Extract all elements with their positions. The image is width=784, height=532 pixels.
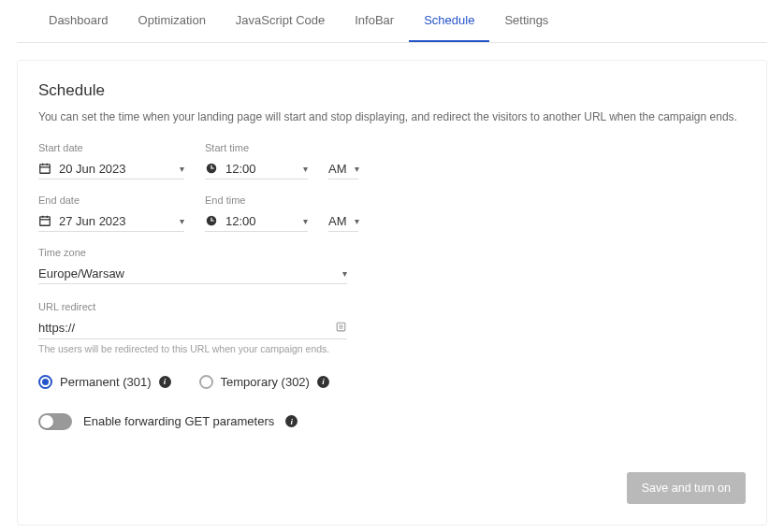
info-icon[interactable]: i xyxy=(317,376,329,388)
timezone-picker[interactable]: Europe/Warsaw ▾ xyxy=(38,264,347,284)
redirect-permanent-radio[interactable]: Permanent (301) i xyxy=(38,375,171,389)
end-date-picker[interactable]: 27 Jun 2023 ▾ xyxy=(38,211,184,232)
tab-dashboard[interactable]: Dashboard xyxy=(34,0,123,42)
clock-icon xyxy=(205,162,218,175)
info-icon[interactable]: i xyxy=(159,376,171,388)
chevron-down-icon: ▾ xyxy=(303,164,308,174)
start-ampm-value: AM xyxy=(328,162,347,176)
timezone-label: Time zone xyxy=(38,247,746,258)
start-time-label: Start time xyxy=(205,142,308,153)
end-ampm-picker[interactable]: AM ▾ xyxy=(328,211,358,232)
chevron-down-icon: ▾ xyxy=(342,268,347,279)
end-ampm-value: AM xyxy=(328,214,347,228)
end-date-value: 27 Jun 2023 xyxy=(59,214,172,228)
tab-settings[interactable]: Settings xyxy=(489,0,563,42)
forward-get-label: Enable forwarding GET parameters xyxy=(83,414,274,428)
save-and-turn-on-button[interactable]: Save and turn on xyxy=(627,472,746,504)
url-redirect-helper: The users will be redirected to this URL… xyxy=(38,343,347,354)
panel-title: Schedule xyxy=(38,81,746,100)
panel-description: You can set the time when your landing p… xyxy=(38,109,746,125)
chevron-down-icon: ▾ xyxy=(180,164,184,174)
end-date-label: End date xyxy=(38,194,184,206)
svg-rect-0 xyxy=(40,165,51,173)
url-redirect-label: URL redirect xyxy=(38,301,746,312)
chevron-down-icon: ▾ xyxy=(355,216,359,226)
forward-get-toggle[interactable] xyxy=(38,413,72,430)
start-date-picker[interactable]: 20 Jun 2023 ▾ xyxy=(38,159,184,180)
tab-bar: Dashboard Optimization JavaScript Code I… xyxy=(17,0,767,43)
chevron-down-icon: ▾ xyxy=(180,216,184,226)
start-date-label: Start date xyxy=(38,142,184,153)
url-redirect-input[interactable] xyxy=(38,321,335,335)
start-date-value: 20 Jun 2023 xyxy=(59,162,172,176)
redirect-permanent-label: Permanent (301) xyxy=(60,375,152,389)
url-redirect-field[interactable] xyxy=(38,318,347,339)
keyboard-icon xyxy=(335,321,347,336)
radio-circle-icon xyxy=(199,375,213,389)
tab-infobar[interactable]: InfoBar xyxy=(340,0,409,42)
schedule-panel: Schedule You can set the time when your … xyxy=(17,60,767,525)
start-time-value: 12:00 xyxy=(225,162,296,176)
timezone-value: Europe/Warsaw xyxy=(38,266,335,280)
chevron-down-icon: ▾ xyxy=(303,216,308,226)
chevron-down-icon: ▾ xyxy=(355,164,359,174)
radio-circle-icon xyxy=(38,375,52,389)
start-time-picker[interactable]: 12:00 ▾ xyxy=(205,159,308,180)
tab-optimization[interactable]: Optimization xyxy=(123,0,221,42)
redirect-temporary-label: Temporary (302) xyxy=(221,375,310,389)
calendar-icon xyxy=(38,162,51,175)
clock-icon xyxy=(205,214,218,227)
end-time-label: End time xyxy=(205,194,308,206)
info-icon[interactable]: i xyxy=(285,415,298,427)
tab-javascript-code[interactable]: JavaScript Code xyxy=(221,0,340,42)
end-time-picker[interactable]: 12:00 ▾ xyxy=(205,211,308,232)
start-ampm-picker[interactable]: AM ▾ xyxy=(328,159,358,180)
redirect-temporary-radio[interactable]: Temporary (302) i xyxy=(199,375,329,389)
tab-schedule[interactable]: Schedule xyxy=(409,0,489,42)
svg-rect-7 xyxy=(40,217,51,225)
end-time-value: 12:00 xyxy=(225,214,296,228)
calendar-icon xyxy=(38,214,51,227)
